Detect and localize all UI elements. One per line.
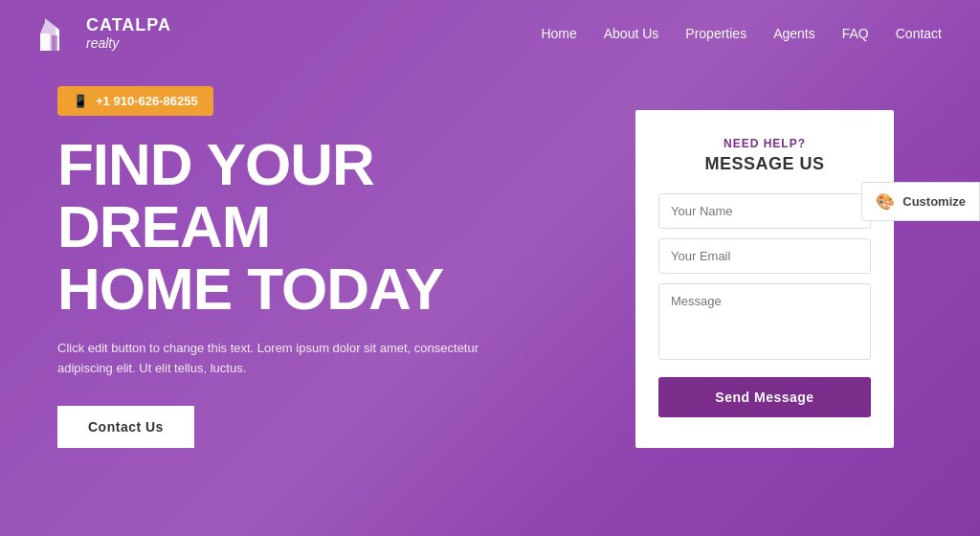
hero-title: FIND YOUR DREAM HOME TODAY	[57, 133, 593, 320]
brand-name: CATALPA	[86, 15, 171, 36]
message-us-title: MESSAGE US	[658, 154, 871, 174]
nav-links: Home About Us Properties Agents FAQ Cont…	[541, 25, 942, 42]
message-form-panel: NEED HELP? MESSAGE US Send Message	[635, 110, 894, 448]
name-input[interactable]	[658, 193, 871, 229]
nav-agents[interactable]: Agents	[773, 26, 815, 41]
email-input[interactable]	[658, 238, 871, 274]
brand-sub: realty	[86, 35, 171, 52]
logo-text: CATALPA realty	[86, 15, 171, 52]
need-help-label: NEED HELP?	[658, 137, 871, 150]
customize-label: Customize	[902, 194, 966, 209]
send-message-button[interactable]: Send Message	[658, 377, 871, 417]
palette-icon: 🎨	[876, 192, 895, 211]
nav-properties[interactable]: Properties	[685, 26, 746, 41]
message-input[interactable]	[658, 283, 871, 360]
nav-contact[interactable]: Contact	[896, 26, 942, 41]
navbar: CATALPA realty Home About Us Properties …	[0, 0, 980, 67]
contact-us-button[interactable]: Contact Us	[57, 406, 194, 448]
phone-icon: 📱	[73, 94, 88, 108]
phone-number: +1 910-626-86255	[96, 94, 198, 108]
svg-rect-3	[52, 35, 57, 51]
customize-tab[interactable]: 🎨 Customize	[861, 182, 980, 221]
nav-about[interactable]: About Us	[604, 26, 659, 41]
logo-icon	[38, 14, 77, 53]
nav-faq[interactable]: FAQ	[842, 26, 869, 41]
nav-home[interactable]: Home	[541, 26, 576, 41]
phone-badge[interactable]: 📱 +1 910-626-86255	[57, 86, 213, 116]
hero-title-line1: FIND YOUR DREAM	[57, 131, 374, 259]
hero-description: Click edit button to change this text. L…	[57, 339, 498, 379]
hero-title-line2: HOME TODAY	[57, 256, 443, 322]
logo: CATALPA realty	[38, 14, 171, 53]
